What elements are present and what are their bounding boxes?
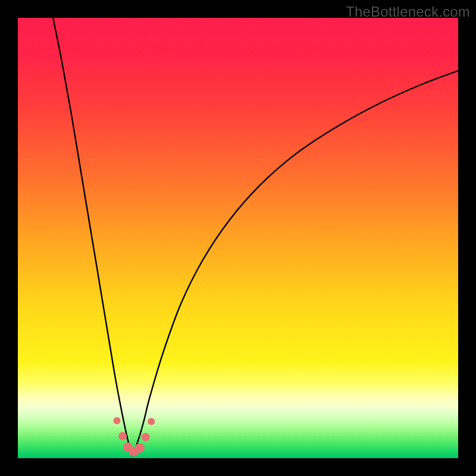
outer-frame: TheBottleneck.com bbox=[0, 0, 476, 476]
optimum-marker bbox=[142, 433, 150, 441]
gradient-background bbox=[18, 18, 458, 458]
plot-area bbox=[18, 18, 458, 458]
optimum-marker bbox=[148, 418, 155, 425]
optimum-marker bbox=[135, 443, 145, 453]
optimum-marker bbox=[114, 417, 121, 424]
watermark-text: TheBottleneck.com bbox=[346, 4, 470, 20]
bottleneck-chart bbox=[18, 18, 458, 458]
optimum-marker bbox=[118, 432, 127, 440]
